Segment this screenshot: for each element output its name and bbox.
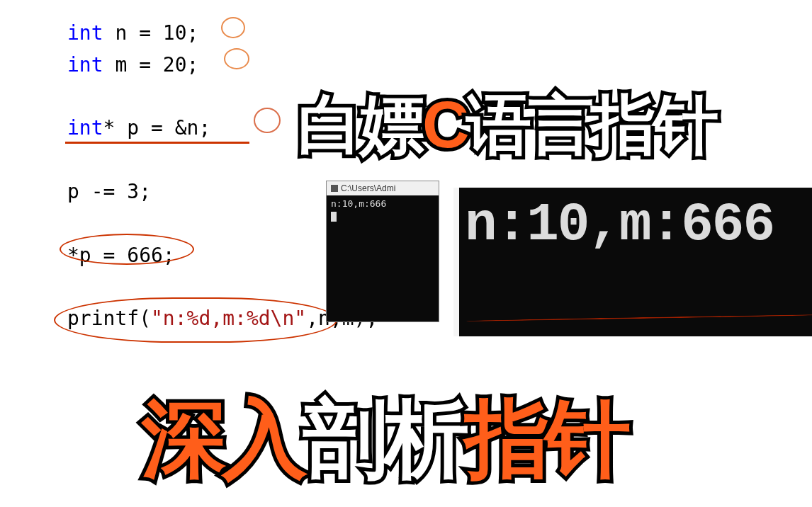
annotation-underline-icon xyxy=(466,314,812,322)
headline-text: 语言指针 xyxy=(466,89,716,161)
headline-bottom: 深入剖析指针 xyxy=(142,382,626,498)
keyword-int: int xyxy=(67,116,103,139)
console-window-zoomed: n:10,m:666 xyxy=(453,188,812,336)
headline-text: 白嫖 xyxy=(298,89,422,161)
console-window-small: C:\Users\Admi n:10,m:666 xyxy=(326,181,439,322)
console-titlebar: C:\Users\Admi xyxy=(327,181,439,195)
headline-text-accent: C xyxy=(422,89,466,161)
keyword-int: int xyxy=(67,21,103,45)
code-line-2: int m = 20; xyxy=(67,50,378,81)
headline-top: 白嫖C语言指针 xyxy=(298,81,716,169)
headline-text-accent: 指针 xyxy=(465,391,626,486)
headline-text-accent: 深入 xyxy=(142,391,303,486)
cursor-icon xyxy=(331,212,337,222)
code-line-1: int n = 10; xyxy=(67,18,378,50)
console-title-text: C:\Users\Admi xyxy=(341,183,395,193)
console-output-text: n:10,m:666 xyxy=(331,198,386,209)
console-output: n:10,m:666 xyxy=(327,195,439,224)
headline-text: 剖析 xyxy=(303,391,465,486)
console-output-big: n:10,m:666 xyxy=(459,188,812,256)
keyword-int: int xyxy=(67,53,103,76)
